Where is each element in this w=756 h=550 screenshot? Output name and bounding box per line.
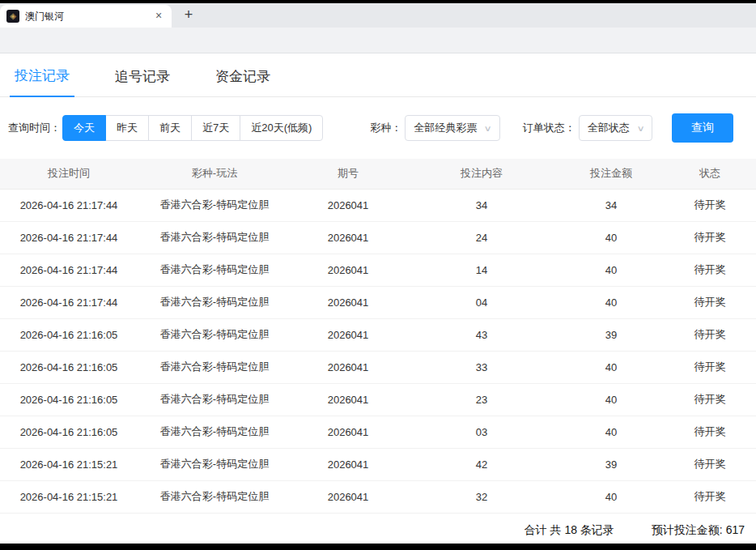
- cell-issue: 2026041: [291, 254, 405, 286]
- cell-issue: 2026041: [291, 416, 405, 448]
- cell-lottery-play: 香港六合彩-特码定位胆: [138, 254, 291, 286]
- cell-bet-time: 2026-04-16 21:16:05: [0, 318, 138, 351]
- table-row: 2026-04-16 21:17:44 香港六合彩-特码定位胆 2026041 …: [0, 254, 756, 286]
- record-tabs: 投注记录 追号记录 资金记录: [0, 53, 756, 97]
- cell-bet-content: 34: [405, 189, 559, 221]
- search-button[interactable]: 查询: [672, 113, 733, 143]
- filter-bar: 查询时间： 今天 昨天 前天 近7天 近20天(低频) 彩种： 全部经典彩票 ∨…: [0, 97, 756, 159]
- cell-issue: 2026041: [291, 383, 405, 416]
- header-bet-content: 投注内容: [405, 159, 559, 189]
- cell-lottery-play: 香港六合彩-特码定位胆: [138, 416, 291, 448]
- browser-toolbar: [0, 28, 756, 53]
- header-bet-time: 投注时间: [0, 159, 138, 189]
- tab-bet-records[interactable]: 投注记录: [10, 66, 74, 97]
- tab-fund-records[interactable]: 资金记录: [210, 67, 275, 96]
- table-row: 2026-04-16 21:16:05 香港六合彩-特码定位胆 2026041 …: [0, 318, 756, 351]
- cell-status: 待开奖: [664, 351, 756, 383]
- cell-bet-content: 03: [405, 416, 559, 448]
- cell-issue: 2026041: [291, 221, 405, 254]
- browser-tab[interactable]: ◈ 澳门银河 ×: [0, 5, 172, 28]
- cell-lottery-play: 香港六合彩-特码定位胆: [138, 383, 291, 416]
- cell-bet-amount: 40: [559, 286, 664, 318]
- cell-lottery-play: 香港六合彩-特码定位胆: [138, 448, 291, 480]
- lottery-select[interactable]: 全部经典彩票 ∨: [405, 115, 499, 141]
- table-body: 2026-04-16 21:17:44 香港六合彩-特码定位胆 2026041 …: [0, 189, 756, 513]
- page-content: 投注记录 追号记录 资金记录 查询时间： 今天 昨天 前天 近7天 近20天(低…: [0, 53, 756, 548]
- cell-bet-time: 2026-04-16 21:17:44: [0, 286, 138, 318]
- cell-bet-amount: 40: [559, 221, 664, 254]
- table-header-row: 投注时间 彩种-玩法 期号 投注内容 投注金额 状态: [0, 159, 756, 189]
- cell-bet-time: 2026-04-16 21:16:05: [0, 416, 138, 448]
- chevron-down-icon: ∨: [484, 124, 492, 133]
- table-row: 2026-04-16 21:17:44 香港六合彩-特码定位胆 2026041 …: [0, 221, 756, 254]
- time-filter-label: 查询时间：: [8, 121, 61, 135]
- time-filter-yesterday[interactable]: 昨天: [105, 115, 149, 141]
- time-filter-today[interactable]: 今天: [62, 115, 106, 141]
- table-row: 2026-04-16 21:16:05 香港六合彩-特码定位胆 2026041 …: [0, 416, 756, 448]
- tab-title: 澳门银河: [25, 10, 147, 23]
- time-filter-20days[interactable]: 近20天(低频): [240, 115, 323, 141]
- cell-bet-content: 32: [405, 480, 559, 513]
- cell-lottery-play: 香港六合彩-特码定位胆: [138, 318, 291, 351]
- status-select-value: 全部状态: [588, 121, 630, 135]
- cell-status: 待开奖: [664, 318, 756, 351]
- time-filter-day-before[interactable]: 前天: [148, 115, 192, 141]
- cell-bet-content: 42: [405, 448, 559, 480]
- table-row: 2026-04-16 21:15:21 香港六合彩-特码定位胆 2026041 …: [0, 448, 756, 480]
- tab-close-icon[interactable]: ×: [152, 10, 165, 23]
- cell-status: 待开奖: [664, 480, 756, 513]
- cell-bet-amount: 40: [559, 351, 664, 383]
- cell-bet-amount: 40: [559, 254, 664, 286]
- bet-records-table: 投注时间 彩种-玩法 期号 投注内容 投注金额 状态 2026-04-16 21…: [0, 159, 756, 514]
- status-select[interactable]: 全部状态 ∨: [579, 115, 652, 141]
- tab-chase-records[interactable]: 追号记录: [110, 67, 175, 96]
- header-status: 状态: [664, 159, 756, 189]
- cell-status: 待开奖: [664, 448, 756, 480]
- cell-lottery-play: 香港六合彩-特码定位胆: [138, 189, 291, 221]
- cell-issue: 2026041: [291, 351, 405, 383]
- header-bet-amount: 投注金额: [559, 159, 664, 189]
- cell-status: 待开奖: [664, 189, 756, 221]
- cell-bet-content: 14: [405, 254, 559, 286]
- cell-bet-amount: 40: [559, 480, 664, 513]
- cell-lottery-play: 香港六合彩-特码定位胆: [138, 351, 291, 383]
- cell-bet-amount: 40: [559, 383, 664, 416]
- header-issue: 期号: [291, 159, 405, 189]
- time-filter-7days[interactable]: 近7天: [191, 115, 240, 141]
- table-row: 2026-04-16 21:17:44 香港六合彩-特码定位胆 2026041 …: [0, 286, 756, 318]
- lottery-select-value: 全部经典彩票: [414, 121, 477, 135]
- cell-bet-content: 33: [405, 351, 559, 383]
- cell-bet-amount: 40: [559, 416, 664, 448]
- new-tab-button[interactable]: +: [178, 5, 199, 26]
- cell-bet-time: 2026-04-16 21:17:44: [0, 189, 138, 221]
- summary-bar: 合计 共 18 条记录 预计投注金额: 617: [0, 514, 756, 548]
- cell-status: 待开奖: [664, 383, 756, 416]
- status-filter-label: 订单状态：: [523, 121, 575, 135]
- cell-bet-time: 2026-04-16 21:16:05: [0, 351, 138, 383]
- table-row: 2026-04-16 21:16:05 香港六合彩-特码定位胆 2026041 …: [0, 351, 756, 383]
- cell-bet-content: 43: [405, 318, 559, 351]
- bottom-status-strip: [0, 544, 756, 550]
- cell-issue: 2026041: [291, 480, 405, 513]
- cell-bet-time: 2026-04-16 21:17:44: [0, 221, 138, 254]
- cell-status: 待开奖: [664, 254, 756, 286]
- browser-chrome: ◈ 澳门银河 × +: [0, 0, 756, 53]
- table-row: 2026-04-16 21:16:05 香港六合彩-特码定位胆 2026041 …: [0, 383, 756, 416]
- cell-lottery-play: 香港六合彩-特码定位胆: [138, 286, 291, 318]
- site-favicon-icon: ◈: [6, 10, 19, 23]
- lottery-filter-label: 彩种：: [370, 121, 401, 135]
- cell-bet-amount: 39: [559, 448, 664, 480]
- table-row: 2026-04-16 21:15:21 香港六合彩-特码定位胆 2026041 …: [0, 480, 756, 513]
- chevron-down-icon: ∨: [636, 124, 644, 133]
- cell-status: 待开奖: [664, 286, 756, 318]
- cell-issue: 2026041: [291, 318, 405, 351]
- cell-issue: 2026041: [291, 448, 405, 480]
- time-filter-group: 今天 昨天 前天 近7天 近20天(低频): [62, 115, 323, 141]
- cell-bet-time: 2026-04-16 21:15:21: [0, 448, 138, 480]
- browser-tab-strip: ◈ 澳门银河 × +: [0, 3, 756, 28]
- table-row: 2026-04-16 21:17:44 香港六合彩-特码定位胆 2026041 …: [0, 189, 756, 221]
- cell-status: 待开奖: [664, 221, 756, 254]
- header-lottery-play: 彩种-玩法: [138, 159, 291, 189]
- cell-bet-content: 04: [405, 286, 559, 318]
- estimated-amount-text: 预计投注金额: 617: [652, 523, 745, 538]
